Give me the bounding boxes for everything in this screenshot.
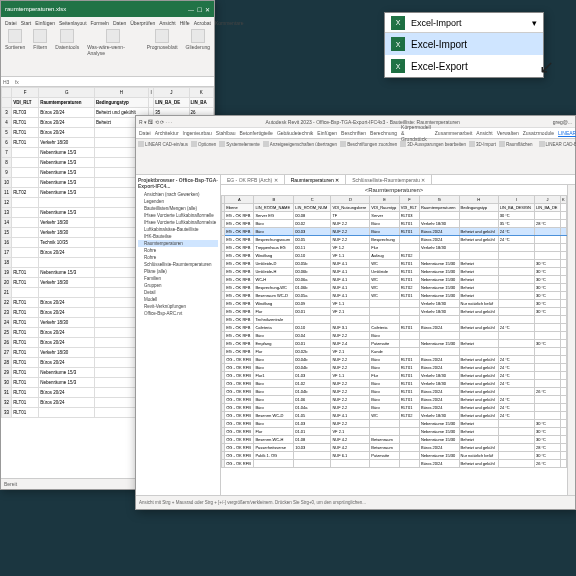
- view-tab[interactable]: Raumtemperaturen ✕: [285, 175, 346, 184]
- schedule-title: <Raumtemperaturen>: [221, 185, 567, 195]
- arrow-annotation: ↙: [539, 56, 554, 78]
- revit-statusbar: Ansicht mit Strg + Mausrad oder Strg + […: [136, 495, 575, 509]
- excel-import-menuitem[interactable]: XExcel-Import: [385, 33, 543, 55]
- ribbon-tab[interactable]: Datei: [139, 130, 151, 136]
- ribbon-tab[interactable]: Ansicht: [159, 20, 175, 26]
- tree-node[interactable]: Pläne (alle): [138, 268, 218, 275]
- excel-titlebar: raumtemperaturen.xlsx —☐✕: [1, 1, 214, 17]
- ribbon-tab[interactable]: Einfügen: [35, 20, 55, 26]
- excel-icon: X: [391, 37, 405, 51]
- ribbon-tab[interactable]: Start: [21, 20, 32, 26]
- revit-main-area: EG - OK RFB (Arch) ✕Raumtemperaturen ✕Sc…: [221, 175, 575, 495]
- tree-node[interactable]: Luftkabinalsäse-Bauteilliste: [138, 226, 218, 233]
- excel-ribbon: DateiStartEinfügenSeitenlayoutFormelnDat…: [1, 17, 214, 77]
- tree-node[interactable]: Modell: [138, 296, 218, 303]
- revit-ribbon-tabs[interactable]: DateiArchitekturIngenieurbauStahlbauBeto…: [136, 128, 575, 139]
- tree-node[interactable]: Revit-Verknüpfungen: [138, 303, 218, 310]
- tree-node[interactable]: Gruppen: [138, 282, 218, 289]
- excel-import-split-button[interactable]: XExcel-Import▾: [385, 13, 543, 33]
- ribbon-tab[interactable]: Ansicht: [476, 130, 492, 136]
- formula-bar[interactable]: H3 fx: [1, 77, 214, 87]
- view-tab[interactable]: EG - OK RFB (Arch) ✕: [221, 175, 285, 184]
- excel-export-menuitem[interactable]: XExcel-Export: [385, 55, 543, 77]
- ribbon-tab[interactable]: Überprüfen: [130, 20, 155, 26]
- ribbon-tab[interactable]: Datei: [5, 20, 17, 26]
- ribbon-tab[interactable]: Hilfe: [180, 20, 190, 26]
- tree-node[interactable]: IHK-Bauteilse: [138, 233, 218, 240]
- tree-node[interactable]: Legenden: [138, 198, 218, 205]
- ribbon-tab[interactable]: Verwalten: [497, 130, 519, 136]
- tree-node[interactable]: Schlüsselliste-Raumtemperaturen: [138, 261, 218, 268]
- ribbon-tab[interactable]: Zusatzmodule: [523, 130, 554, 136]
- view-tab[interactable]: Schlüsselliste-Raumtemperatu ✕: [346, 175, 432, 184]
- ribbon-tab[interactable]: Seitenlayout: [59, 20, 87, 26]
- tree-node[interactable]: IHsee Vorcierte Luftkabinalformelle: [138, 212, 218, 219]
- tree-node[interactable]: Familien: [138, 275, 218, 282]
- view-tabs[interactable]: EG - OK RFB (Arch) ✕Raumtemperaturen ✕Sc…: [221, 175, 575, 185]
- excel-filename: raumtemperaturen.xlsx: [5, 6, 66, 12]
- tree-node[interactable]: Office-Bsp-ARC.rvt: [138, 310, 218, 317]
- ribbon-tab[interactable]: Stahlbau: [216, 130, 236, 136]
- ribbon-tab[interactable]: Formeln: [91, 20, 109, 26]
- ribbon-tab[interactable]: Daten: [113, 20, 126, 26]
- ribbon-tab[interactable]: Acrobat: [194, 20, 211, 26]
- ribbon-tab[interactable]: LINEAR: [558, 130, 576, 137]
- ribbon-tab[interactable]: Betonfertigteile: [240, 130, 273, 136]
- tree-node[interactable]: IHsee Vorcierte Luftkabinalformelste: [138, 219, 218, 226]
- right-palette[interactable]: [567, 185, 575, 495]
- ribbon-tab[interactable]: Zusammenarbeit: [435, 130, 473, 136]
- ribbon-tab[interactable]: Berechnung: [370, 130, 397, 136]
- ribbon-tab[interactable]: Architektur: [155, 130, 179, 136]
- tree-node[interactable]: Ansichten (nach Gewerken): [138, 191, 218, 198]
- ribbon-tab[interactable]: Ingenieurbau: [183, 130, 212, 136]
- tree-node[interactable]: Rohre: [138, 254, 218, 261]
- tree-node[interactable]: Bauteillisten/Mengen (alle): [138, 205, 218, 212]
- tree-node[interactable]: Rohre: [138, 247, 218, 254]
- revit-window: R ▾ 🖫 ⟲ ⟳ · · · Autodesk Revit 2023 - Of…: [135, 115, 576, 510]
- excel-ribbon-tabs[interactable]: DateiStartEinfügenSeitenlayoutFormelnDat…: [3, 19, 212, 27]
- revit-titlebar: R ▾ 🖫 ⟲ ⟳ · · · Autodesk Revit 2023 - Of…: [136, 116, 575, 128]
- revit-ribbon-body: LINEAR CAD-ein/ausOptionenSystemelemente…: [136, 139, 575, 175]
- ribbon-tab[interactable]: Beschriften: [341, 130, 366, 136]
- ribbon-group[interactable]: Prognoseblatt: [147, 29, 178, 56]
- excel-icon: X: [391, 59, 405, 73]
- ribbon-tab[interactable]: Einfügen: [317, 130, 337, 136]
- excel-icon: X: [391, 16, 405, 30]
- ribbon-tab[interactable]: Gebäudetechnik: [277, 130, 313, 136]
- excel-ribbon-groups: SortierenFilternDatentoolsWas-wäre-wenn-…: [3, 27, 212, 58]
- ribbon-group[interactable]: Datentools: [55, 29, 79, 56]
- ribbon-group[interactable]: Sortieren: [5, 29, 25, 56]
- ribbon-group[interactable]: Gliederung: [186, 29, 210, 56]
- window-controls[interactable]: —☐✕: [185, 6, 210, 13]
- schedule-view[interactable]: <Raumtemperaturen> ABCDEFGHIJKEbeneLIN_R…: [221, 185, 575, 495]
- tree-node[interactable]: Detail: [138, 289, 218, 296]
- dropdown-icon: ▾: [532, 18, 537, 28]
- ribbon-group[interactable]: Filtern: [33, 29, 47, 56]
- project-browser[interactable]: Projektbrowser - Office-Bsp-TGA-Export-I…: [136, 175, 221, 495]
- excel-import-export-menu: XExcel-Import▾ XExcel-Import XExcel-Expo…: [384, 12, 544, 78]
- ribbon-tab[interactable]: Körpermodell & Grundstück: [401, 124, 431, 142]
- ribbon-group[interactable]: Was-wäre-wenn-Analyse: [87, 29, 138, 56]
- tree-node[interactable]: Raumtemperaturen: [138, 240, 218, 247]
